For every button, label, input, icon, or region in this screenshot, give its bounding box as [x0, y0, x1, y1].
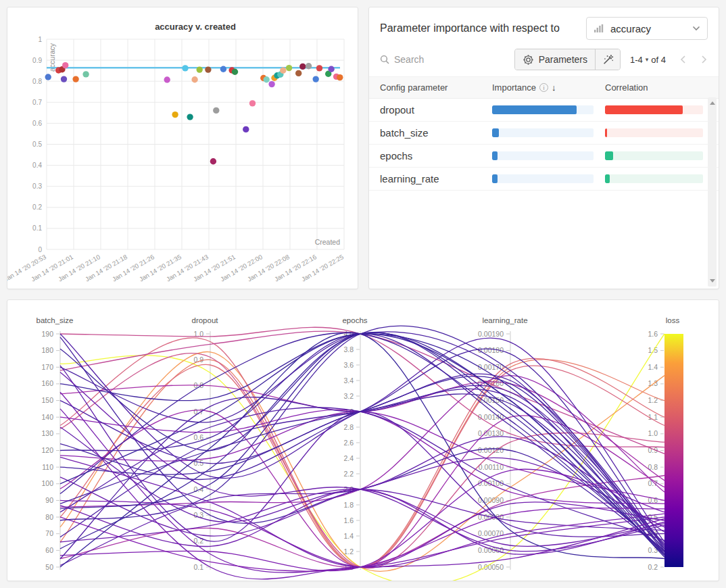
table-row[interactable]: epochs — [369, 145, 719, 168]
metric-dropdown-value: accuracy — [610, 23, 686, 34]
config-parameter-name: learning_rate — [380, 173, 492, 185]
axis-tick-label: 130 — [41, 429, 53, 437]
parameters-button[interactable]: Parameters — [515, 49, 595, 70]
run-curve[interactable] — [60, 457, 664, 567]
pagination-range[interactable]: 1-4 — [630, 55, 643, 65]
scatter-point[interactable] — [220, 66, 226, 72]
chevron-right-icon — [700, 55, 708, 64]
sort-desc-icon[interactable]: ↓ — [552, 82, 556, 93]
axis-tick-label: 0.00140 — [478, 413, 504, 421]
scatter-point[interactable] — [337, 74, 343, 80]
run-curves — [60, 326, 664, 581]
triangle-down-icon[interactable] — [710, 279, 715, 283]
table-scrollbar[interactable] — [708, 97, 717, 287]
scatter-point[interactable] — [164, 76, 170, 82]
scatter-point[interactable] — [197, 66, 203, 72]
run-curve[interactable] — [60, 508, 664, 572]
chevron-left-icon — [679, 55, 687, 64]
axis-title: learning_rate — [482, 316, 527, 324]
gear-icon — [523, 54, 534, 66]
scatter-point[interactable] — [182, 65, 188, 71]
axis-tick-label: 120 — [41, 446, 53, 454]
parameters-button-group: Parameters — [514, 49, 621, 70]
axis-tick-label: 1.0 — [648, 429, 658, 437]
y-tick-label: 0.5 — [32, 141, 42, 148]
pagination[interactable]: 1-4 ▾ of 4 — [630, 55, 666, 65]
scatter-point[interactable] — [172, 112, 178, 118]
parallel-coordinates-plot[interactable]: 5060708090100110120130140150160170180190… — [7, 300, 719, 581]
scatter-point[interactable] — [82, 71, 89, 77]
run-curve[interactable] — [60, 360, 664, 567]
axis-tick-label: 3.2 — [343, 392, 354, 400]
scatter-point[interactable] — [295, 70, 301, 76]
axis-tick-label: 1.6 — [648, 330, 658, 338]
axis-epochs[interactable]: 1.01.21.41.61.82.02.22.42.62.83.03.23.43… — [342, 316, 367, 571]
scatter-point[interactable] — [187, 114, 193, 120]
axis-tick-label: 0.00100 — [478, 479, 504, 487]
run-curve[interactable] — [60, 351, 664, 571]
scatter-point[interactable] — [213, 107, 219, 114]
prev-page-button[interactable] — [679, 55, 687, 64]
scatter-point[interactable] — [243, 126, 249, 132]
magic-wand-button[interactable] — [595, 49, 620, 70]
scatter-point[interactable] — [328, 66, 334, 72]
scatter-point[interactable] — [72, 76, 78, 82]
table-row[interactable]: learning_rate — [369, 168, 719, 191]
scatter-point[interactable] — [280, 68, 286, 74]
axis-tick-label: 140 — [41, 413, 53, 421]
pagination-total: of 4 — [651, 55, 666, 65]
axis-tick-label: 0.00170 — [478, 363, 504, 371]
y-tick-label: 0.3 — [32, 182, 42, 190]
scatter-point[interactable] — [62, 62, 68, 68]
scatter-point[interactable] — [286, 65, 292, 71]
scatter-point[interactable] — [210, 158, 216, 164]
y-tick-label: 0.1 — [32, 224, 42, 232]
axis-tick-label: 3.6 — [343, 361, 354, 369]
chevron-down-icon — [692, 26, 700, 31]
axis-title: batch_size — [37, 316, 74, 324]
run-curve[interactable] — [60, 337, 664, 551]
scatter-point[interactable] — [268, 81, 274, 87]
importance-bar — [492, 105, 594, 114]
search-input[interactable]: Search — [380, 54, 514, 65]
scatter-point[interactable] — [205, 66, 211, 72]
loss-colorbar — [664, 334, 683, 567]
scatter-point[interactable] — [232, 69, 238, 75]
scatter-point[interactable] — [264, 76, 270, 82]
scatter-point[interactable] — [316, 65, 322, 71]
column-config-parameter: Config parameter — [380, 82, 492, 93]
axis-title: dropout — [191, 316, 218, 324]
scatter-point[interactable] — [299, 64, 306, 70]
table-row[interactable]: batch_size — [369, 122, 719, 145]
triangle-up-icon[interactable] — [710, 101, 715, 105]
y-tick-label: 1 — [38, 36, 42, 43]
scatter-point[interactable] — [249, 100, 256, 106]
info-icon[interactable]: i — [539, 83, 548, 92]
y-tick-label: 0.4 — [32, 162, 42, 169]
axis-tick-label: 50 — [45, 563, 53, 571]
importance-bar — [492, 128, 594, 137]
scatter-point[interactable] — [313, 76, 319, 82]
run-curve[interactable] — [60, 358, 664, 567]
table-row[interactable]: dropout — [369, 99, 719, 122]
axis-tick-label: 1.6 — [343, 516, 354, 524]
column-importance[interactable]: Importance — [492, 82, 536, 93]
table-header: Config parameter Importance i ↓ Correlat… — [369, 76, 719, 99]
y-tick-label: 0.8 — [32, 78, 42, 85]
scatter-point[interactable] — [191, 76, 197, 82]
metric-dropdown[interactable]: accuracy — [586, 17, 708, 40]
axis-tick-label: 60 — [45, 546, 53, 554]
scatter-point[interactable] — [45, 74, 51, 80]
column-correlation[interactable]: Correlation — [605, 82, 708, 93]
axis-tick-label: 0.00060 — [478, 546, 504, 554]
parallel-coordinates-panel: 5060708090100110120130140150160170180190… — [7, 299, 719, 581]
chart-title: accuracy v. created — [155, 22, 236, 32]
config-parameter-name: batch_size — [380, 127, 492, 139]
scatter-point[interactable] — [306, 63, 312, 69]
scatter-point[interactable] — [61, 76, 67, 82]
x-tick-label: Jan 14 '20 20:53 — [7, 253, 47, 283]
axis-tick-label: 150 — [41, 396, 53, 404]
scatter-plot[interactable]: Jan 14 '20 20:53Jan 14 '20 21:01Jan 14 '… — [7, 7, 358, 289]
next-page-button[interactable] — [700, 55, 708, 64]
axis-tick-label: 2.6 — [343, 439, 354, 447]
